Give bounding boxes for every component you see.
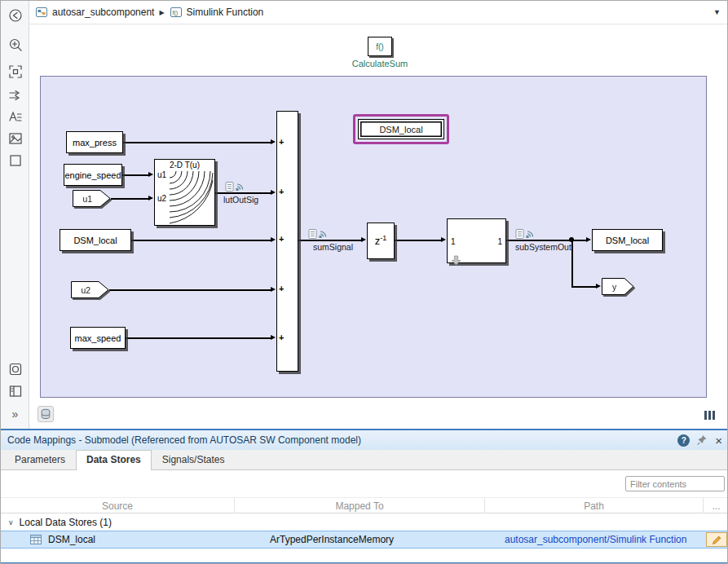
- dual-arrow-icon[interactable]: [6, 86, 24, 104]
- wire[interactable]: [122, 174, 149, 176]
- max-speed-block[interactable]: max_speed: [70, 327, 126, 349]
- unit-delay-block[interactable]: z-1: [367, 223, 395, 259]
- open-model-arrow-icon[interactable]: [451, 255, 461, 266]
- breadcrumb-subsystem[interactable]: f() Simulink Function: [170, 6, 264, 19]
- arrowhead: [148, 196, 153, 200]
- max-press-block[interactable]: max_press: [66, 131, 123, 153]
- breadcrumb-subsystem-label: Simulink Function: [187, 7, 264, 18]
- simulink-function-trigger-block[interactable]: f(): [368, 37, 392, 56]
- block-label: z-1: [375, 234, 387, 247]
- port-label: u1: [157, 170, 166, 179]
- expand-toolbar-icon[interactable]: »: [6, 404, 24, 423]
- dsm-local-write-block[interactable]: DSM_local: [592, 229, 663, 251]
- shape-icon[interactable]: [6, 151, 24, 170]
- image-icon[interactable]: [6, 129, 24, 148]
- column-options-button[interactable]: ...: [704, 498, 728, 513]
- chevron-down-icon: ∨: [8, 518, 14, 527]
- data-store-browser-button[interactable]: [38, 406, 54, 422]
- function-block-label: CalculateSum: [327, 59, 433, 68]
- record-icon[interactable]: [6, 359, 24, 378]
- arrowhead: [441, 237, 446, 242]
- wire[interactable]: [215, 192, 271, 194]
- arrowhead: [596, 284, 601, 289]
- canvas-toolbar: »: [1, 1, 29, 429]
- signal-logging-badge[interactable]: [308, 227, 329, 239]
- filter-input[interactable]: [625, 476, 725, 491]
- block-label: DSM_local: [606, 236, 649, 245]
- lookup-table-block[interactable]: 2-D T(u) u1 u2: [154, 159, 215, 226]
- wire[interactable]: [131, 240, 271, 241]
- cell-mapped-to: ArTypedPerInstanceMemory: [270, 531, 394, 548]
- annotation-icon[interactable]: [6, 107, 24, 126]
- sum-plus-sign: +: [279, 284, 284, 293]
- port-label: u1: [73, 190, 103, 207]
- subsystem-block[interactable]: 1 1: [447, 218, 506, 263]
- input-port-u2[interactable]: u2: [71, 281, 109, 298]
- close-icon[interactable]: ×: [715, 434, 722, 447]
- block-label: max_speed: [75, 333, 121, 343]
- input-port-u1[interactable]: u1: [73, 190, 111, 207]
- port-label: u2: [157, 194, 166, 203]
- group-row-local-data-stores[interactable]: ∨ Local Data Stores (1): [1, 513, 728, 531]
- model-icon: [35, 6, 48, 19]
- sum-plus-sign: +: [279, 333, 284, 342]
- help-icon[interactable]: ?: [677, 434, 690, 447]
- signal-label-subsystemout[interactable]: subSystemOut: [515, 242, 571, 252]
- panel-grip-icon[interactable]: [704, 411, 715, 420]
- dsm-local-memory-block-selected[interactable]: DSM_local: [353, 114, 449, 144]
- panel-title: Code Mappings - Submodel (Referenced fro…: [7, 434, 677, 446]
- arrowhead: [148, 172, 153, 177]
- tab-parameters[interactable]: Parameters: [4, 450, 76, 469]
- wire[interactable]: [506, 240, 587, 241]
- arrowhead: [271, 237, 276, 242]
- wire[interactable]: [298, 240, 362, 241]
- port-number: 1: [451, 236, 456, 245]
- wire[interactable]: [109, 289, 271, 291]
- edit-pencil-button[interactable]: [706, 532, 727, 547]
- wire[interactable]: [123, 142, 271, 143]
- tab-bar: Parameters Data Stores Signals/States: [1, 450, 728, 470]
- tab-signals-states[interactable]: Signals/States: [152, 450, 236, 469]
- simulink-function-icon: f(): [170, 6, 183, 19]
- wire[interactable]: [395, 240, 442, 241]
- engine-speed-block[interactable]: engine_speed: [64, 164, 122, 186]
- block-label: engine_speed: [64, 170, 121, 180]
- signal-logging-badge[interactable]: [225, 180, 246, 192]
- dsm-local-read-block[interactable]: DSM_local: [60, 229, 131, 251]
- output-port-y[interactable]: y: [602, 278, 634, 295]
- zoom-in-icon[interactable]: [6, 35, 24, 54]
- signal-label-sumsignal[interactable]: sumSignal: [313, 242, 353, 252]
- data-stores-content: Source Mapped To Path ... ∨ Local Data S…: [1, 470, 728, 562]
- block-label: DSM_local: [73, 236, 117, 245]
- wire[interactable]: [126, 337, 271, 339]
- fit-to-view-icon[interactable]: [6, 62, 24, 81]
- wire[interactable]: [571, 240, 573, 287]
- column-path: Path: [485, 498, 704, 513]
- simulink-window: » autosar_subcomponent ▶ f() Simulink Fu…: [0, 0, 728, 564]
- svg-text:f(): f(): [172, 10, 178, 16]
- data-store-icon: [30, 535, 42, 544]
- breadcrumb-model[interactable]: autosar_subcomponent: [35, 6, 154, 19]
- model-browser-icon[interactable]: [6, 381, 24, 400]
- code-mappings-panel: Code Mappings - Submodel (Referenced fro…: [1, 429, 728, 564]
- breadcrumb-separator-icon: ▶: [159, 9, 164, 16]
- wire[interactable]: [111, 198, 149, 200]
- group-label: Local Data Stores (1): [20, 517, 112, 528]
- port-label: u2: [71, 281, 101, 298]
- panel-header: Code Mappings - Submodel (Referenced fro…: [1, 430, 728, 450]
- arrowhead: [271, 335, 276, 340]
- sum-plus-sign: +: [279, 187, 284, 196]
- table-header: Source Mapped To Path ...: [1, 497, 728, 513]
- back-icon[interactable]: [6, 6, 24, 24]
- breadcrumb-dropdown-icon[interactable]: ▼: [713, 8, 721, 16]
- table-row-dsm-local[interactable]: DSM_local ArTypedPerInstanceMemory autos…: [1, 531, 728, 549]
- wire[interactable]: [571, 286, 597, 288]
- signal-label-lutoutsig[interactable]: lutOutSig: [223, 195, 258, 205]
- signal-logging-badge[interactable]: [515, 227, 536, 239]
- pin-icon[interactable]: [697, 434, 708, 446]
- cell-path-link[interactable]: autosar_subcomponent/Simulink Function: [505, 531, 686, 548]
- cell-source: DSM_local: [48, 531, 95, 548]
- column-mapped-to: Mapped To: [235, 498, 485, 513]
- tab-data-stores[interactable]: Data Stores: [76, 450, 152, 470]
- sum-plus-sign: +: [279, 137, 284, 147]
